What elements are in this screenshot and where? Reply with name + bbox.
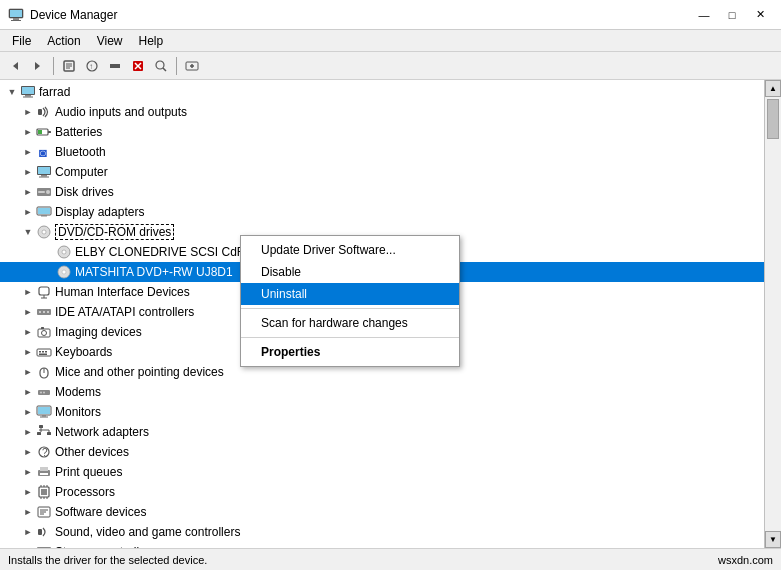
svg-rect-3 xyxy=(11,20,21,21)
hid-expand-icon[interactable]: ► xyxy=(20,284,36,300)
other-label: Other devices xyxy=(55,445,129,459)
tree-item-diskdrives[interactable]: ► Disk drives xyxy=(0,182,764,202)
svg-rect-60 xyxy=(39,354,47,356)
context-menu-uninstall[interactable]: Uninstall xyxy=(241,283,459,305)
other-expand-icon[interactable]: ► xyxy=(20,444,36,460)
modems-expand-icon[interactable]: ► xyxy=(20,384,36,400)
storage-expand-icon[interactable]: ► xyxy=(20,544,36,548)
storage-label: Storage controllers xyxy=(55,545,156,548)
hid-icon xyxy=(36,284,52,300)
computer-expand-icon[interactable]: ► xyxy=(20,164,36,180)
software-icon xyxy=(36,504,52,520)
tree-item-modems[interactable]: ► Modems xyxy=(0,382,764,402)
mice-label: Mice and other pointing devices xyxy=(55,365,224,379)
displayadapters-expand-icon[interactable]: ► xyxy=(20,204,36,220)
update-driver-button[interactable]: ↑ xyxy=(81,55,103,77)
bluetooth-icon: ◙ xyxy=(36,144,52,160)
diskdrives-expand-icon[interactable]: ► xyxy=(20,184,36,200)
tree-item-processors[interactable]: ► Processors xyxy=(0,482,764,502)
toolbar: ↑ xyxy=(0,52,781,80)
svg-line-17 xyxy=(163,68,166,71)
sound-icon xyxy=(36,524,52,540)
add-legacy-button[interactable] xyxy=(181,55,203,77)
tree-item-audio[interactable]: ► Audio inputs and outputs xyxy=(0,102,764,122)
disable-button[interactable] xyxy=(104,55,126,77)
imaging-expand-icon[interactable]: ► xyxy=(20,324,36,340)
svg-rect-51 xyxy=(43,311,45,313)
monitors-expand-icon[interactable]: ► xyxy=(20,404,36,420)
dvd-expand-icon[interactable]: ▼ xyxy=(20,224,36,240)
tree-item-print[interactable]: ► Print queues xyxy=(0,462,764,482)
close-button[interactable]: ✕ xyxy=(747,5,773,25)
window: Device Manager — □ ✕ File Action View He… xyxy=(0,0,781,570)
processors-expand-icon[interactable]: ► xyxy=(20,484,36,500)
displayadapters-icon xyxy=(36,204,52,220)
tree-item-other[interactable]: ► ? Other devices xyxy=(0,442,764,462)
forward-button[interactable] xyxy=(27,55,49,77)
bluetooth-label: Bluetooth xyxy=(55,145,106,159)
tree-item-computer[interactable]: ► Computer xyxy=(0,162,764,182)
root-expand-icon[interactable]: ▼ xyxy=(4,84,20,100)
svg-point-65 xyxy=(43,392,45,394)
svg-point-45 xyxy=(62,270,66,274)
svg-rect-1 xyxy=(10,10,22,17)
software-expand-icon[interactable]: ► xyxy=(20,504,36,520)
svg-rect-32 xyxy=(41,175,47,177)
tree-root[interactable]: ▼ farrad xyxy=(0,82,764,102)
sound-expand-icon[interactable]: ► xyxy=(20,524,36,540)
svg-point-16 xyxy=(156,61,164,69)
scroll-down-button[interactable]: ▼ xyxy=(765,531,781,548)
bluetooth-expand-icon[interactable]: ► xyxy=(20,144,36,160)
scroll-thumb[interactable] xyxy=(767,99,779,139)
monitors-icon xyxy=(36,404,52,420)
uninstall-button[interactable] xyxy=(127,55,149,77)
svg-rect-81 xyxy=(40,473,48,475)
maximize-button[interactable]: □ xyxy=(719,5,745,25)
tree-item-bluetooth[interactable]: ► ◙ Bluetooth xyxy=(0,142,764,162)
menu-file[interactable]: File xyxy=(4,32,39,50)
svg-rect-27 xyxy=(48,131,51,133)
mice-expand-icon[interactable]: ► xyxy=(20,364,36,380)
svg-rect-22 xyxy=(22,87,34,94)
context-menu-update-driver[interactable]: Update Driver Software... xyxy=(241,239,459,261)
context-menu-disable[interactable]: Disable xyxy=(241,261,459,283)
svg-marker-5 xyxy=(35,62,40,70)
svg-rect-69 xyxy=(40,417,48,418)
tree-item-monitors[interactable]: ► Monitors xyxy=(0,402,764,422)
hid-label: Human Interface Devices xyxy=(55,285,190,299)
menu-view[interactable]: View xyxy=(89,32,131,50)
svg-rect-33 xyxy=(39,177,49,178)
keyboards-expand-icon[interactable]: ► xyxy=(20,344,36,360)
audio-expand-icon[interactable]: ► xyxy=(20,104,36,120)
ide-expand-icon[interactable]: ► xyxy=(20,304,36,320)
context-menu-properties[interactable]: Properties xyxy=(241,341,459,363)
network-expand-icon[interactable]: ► xyxy=(20,424,36,440)
tree-item-network[interactable]: ► Network adapters xyxy=(0,422,764,442)
processors-label: Processors xyxy=(55,485,115,499)
print-icon xyxy=(36,464,52,480)
print-expand-icon[interactable]: ► xyxy=(20,464,36,480)
scan-button[interactable] xyxy=(150,55,172,77)
menu-action[interactable]: Action xyxy=(39,32,88,50)
svg-rect-28 xyxy=(38,130,42,134)
scrollbar[interactable]: ▲ ▼ xyxy=(764,80,781,548)
menu-help[interactable]: Help xyxy=(131,32,172,50)
tree-item-batteries[interactable]: ► Batteries xyxy=(0,122,764,142)
batteries-expand-icon[interactable]: ► xyxy=(20,124,36,140)
toolbar-sep2 xyxy=(176,57,177,75)
root-computer-icon xyxy=(20,84,36,100)
context-menu-scan[interactable]: Scan for hardware changes xyxy=(241,312,459,334)
context-menu-sep2 xyxy=(241,337,459,338)
back-button[interactable] xyxy=(4,55,26,77)
svg-rect-95 xyxy=(37,547,51,548)
properties-button[interactable] xyxy=(58,55,80,77)
tree-item-displayadapters[interactable]: ► Display adapters xyxy=(0,202,764,222)
tree-item-sound[interactable]: ► Sound, video and game controllers xyxy=(0,522,764,542)
svg-rect-36 xyxy=(38,191,45,193)
svg-rect-39 xyxy=(41,215,47,217)
minimize-button[interactable]: — xyxy=(691,5,717,25)
scroll-up-button[interactable]: ▲ xyxy=(765,80,781,97)
tree-item-software[interactable]: ► Software devices xyxy=(0,502,764,522)
dvd-child2-label: MATSHITA DVD+-RW UJ8D1 xyxy=(75,265,233,279)
tree-item-storage[interactable]: ► Storage controllers xyxy=(0,542,764,548)
